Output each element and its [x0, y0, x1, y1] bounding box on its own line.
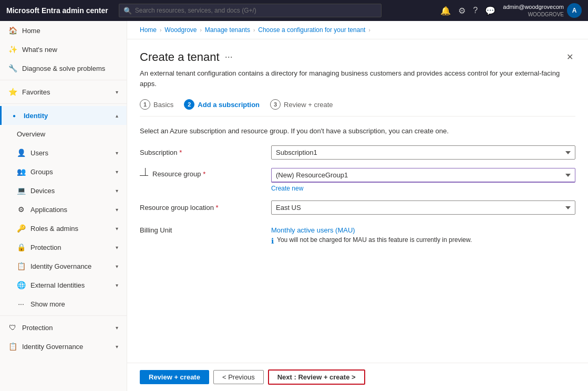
create-new-link[interactable]: Create new — [271, 185, 575, 192]
billing-field: Monthly active users (MAU) ℹ You will no… — [271, 223, 472, 245]
breadcrumb-woodgrove[interactable]: Woodgrove — [164, 26, 197, 34]
user-tenant: WOODGROVE — [503, 11, 564, 18]
breadcrumb-manage-tenants[interactable]: Manage tenants — [205, 26, 250, 34]
next-button[interactable]: Next : Review + create > — [268, 369, 365, 385]
chevron-down-icon: ▾ — [116, 207, 118, 213]
sidebar-label: Diagnose & solve problems — [22, 65, 118, 72]
page-title: Create a tenant — [140, 50, 220, 64]
sidebar-label: Show more — [30, 300, 118, 308]
sidebar-item-roles-admins[interactable]: 🔑 Roles & admins ▾ — [0, 219, 127, 238]
sidebar-item-protection2[interactable]: 🛡 Protection ▾ — [0, 318, 127, 337]
chevron-down-icon: ▾ — [116, 325, 118, 331]
sidebar: 🏠 Home ✨ What's new 🔧 Diagnose & solve p… — [0, 21, 127, 391]
page-content: Create a tenant ··· ✕ An external tenant… — [127, 39, 588, 363]
content-area: Home › Woodgrove › Manage tenants › Choo… — [127, 21, 588, 391]
subscription-row: Subscription * Subscription1 — [140, 145, 575, 160]
breadcrumb: Home › Woodgrove › Manage tenants › Choo… — [127, 21, 588, 39]
sidebar-label: Roles & admins — [30, 225, 110, 233]
sidebar-divider — [0, 103, 127, 104]
info-icon: ℹ — [271, 237, 274, 245]
sidebar-item-identity-governance[interactable]: 📋 Identity Governance ▾ — [0, 257, 127, 276]
sidebar-item-protection[interactable]: 🔒 Protection ▾ — [0, 238, 127, 257]
identity-governance-icon: 📋 — [17, 262, 25, 270]
location-select[interactable]: East US West US Central US West Europe — [271, 200, 575, 215]
home-icon: 🏠 — [8, 26, 17, 35]
sidebar-label: External Identities — [30, 281, 110, 289]
connector-horizontal — [140, 175, 148, 176]
sidebar-item-devices[interactable]: 💻 Devices ▾ — [0, 181, 127, 200]
diagnose-icon: 🔧 — [8, 64, 17, 72]
sidebar-label: Protection — [30, 244, 110, 251]
sidebar-item-home[interactable]: 🏠 Home — [0, 21, 127, 40]
sidebar-divider — [0, 80, 127, 80]
more-icon: ··· — [17, 300, 25, 308]
search-bar[interactable]: 🔍 — [119, 4, 381, 17]
sidebar-label: Identity Governance — [30, 262, 110, 270]
chevron-down-icon: ▾ — [116, 188, 118, 194]
sidebar-label: What's new — [22, 46, 118, 54]
breadcrumb-sep: › — [200, 27, 202, 33]
breadcrumb-sep: › — [253, 27, 255, 33]
subscription-select[interactable]: Subscription1 — [271, 145, 575, 160]
billing-note-text: You will not be charged for MAU as this … — [277, 236, 472, 244]
resource-group-select[interactable]: (New) ResourceGroup1 — [271, 168, 575, 183]
sidebar-divider — [0, 315, 127, 316]
favorites-icon: ⭐ — [8, 88, 17, 96]
groups-icon: 👥 — [17, 167, 25, 176]
chevron-down-icon: ▾ — [116, 245, 118, 250]
billing-value: Monthly active users (MAU) — [271, 223, 472, 234]
sidebar-item-diagnose[interactable]: 🔧 Diagnose & solve problems — [0, 59, 127, 78]
chevron-down-icon: ▾ — [116, 169, 118, 175]
wizard-steps: 1 Basics 2 Add a subscription 3 Review +… — [140, 99, 575, 117]
sidebar-label: Groups — [30, 168, 110, 176]
page-footer: Review + create < Previous Next : Review… — [127, 363, 588, 391]
breadcrumb-home[interactable]: Home — [140, 26, 157, 34]
sidebar-item-identity[interactable]: ● Identity ▴ — [0, 106, 127, 125]
app-brand: Microsoft Entra admin center — [6, 6, 108, 15]
sidebar-label: Home — [22, 27, 118, 35]
title-row: Create a tenant ··· ✕ — [140, 50, 575, 64]
resource-group-label: Resource group * — [152, 168, 205, 178]
sidebar-label: Overview — [17, 130, 118, 138]
whats-new-icon: ✨ — [8, 45, 17, 54]
sidebar-item-applications[interactable]: ⚙ Applications ▾ — [0, 200, 127, 219]
sidebar-item-identity-governance2[interactable]: 📋 Identity Governance ▾ — [0, 337, 127, 356]
review-create-button[interactable]: Review + create — [140, 370, 209, 384]
resource-group-connector: Resource group * — [140, 168, 261, 178]
users-icon: 👤 — [17, 149, 25, 157]
applications-icon: ⚙ — [17, 205, 25, 214]
title-options-icon[interactable]: ··· — [225, 51, 233, 62]
protection2-icon: 🛡 — [8, 323, 17, 332]
user-menu[interactable]: admin@woodgrovecom WOODGROVE A — [503, 3, 582, 18]
billing-row: Billing Unit Monthly active users (MAU) … — [140, 223, 575, 245]
step-num-3: 3 — [270, 99, 281, 110]
step-num-2: 2 — [184, 99, 194, 110]
step-review-create[interactable]: 3 Review + create — [270, 99, 344, 110]
avatar[interactable]: A — [567, 3, 582, 18]
notifications-icon[interactable]: 🔔 — [440, 6, 451, 16]
step-basics[interactable]: 1 Basics — [140, 99, 184, 110]
previous-button[interactable]: < Previous — [213, 370, 264, 384]
sidebar-item-overview[interactable]: Overview — [0, 125, 127, 143]
sidebar-item-favorites[interactable]: ⭐ Favorites ▾ — [0, 82, 127, 101]
sidebar-label: Applications — [30, 206, 110, 214]
breadcrumb-choose-config[interactable]: Choose a configuration for your tenant — [258, 26, 365, 34]
sidebar-item-users[interactable]: 👤 Users ▾ — [0, 143, 127, 162]
required-marker: * — [216, 204, 219, 212]
feedback-icon[interactable]: 💬 — [485, 6, 496, 16]
roles-icon: 🔑 — [17, 224, 25, 233]
chevron-down-icon: ▾ — [116, 263, 118, 269]
step-label-review: Review + create — [284, 101, 333, 109]
sidebar-label: Favorites — [22, 88, 110, 96]
sidebar-item-groups[interactable]: 👥 Groups ▾ — [0, 162, 127, 181]
search-input[interactable] — [135, 7, 377, 14]
close-button[interactable]: ✕ — [564, 50, 575, 64]
sidebar-item-external-identities[interactable]: 🌐 External Identities ▾ — [0, 276, 127, 294]
settings-icon[interactable]: ⚙ — [458, 6, 466, 16]
sidebar-item-show-more[interactable]: ··· Show more — [0, 294, 127, 313]
step-add-subscription[interactable]: 2 Add a subscription — [184, 99, 270, 110]
sidebar-item-whats-new[interactable]: ✨ What's new — [0, 40, 127, 59]
chevron-down-icon: ▾ — [116, 226, 118, 231]
sidebar-label: Users — [30, 149, 110, 157]
help-icon[interactable]: ? — [473, 6, 478, 15]
